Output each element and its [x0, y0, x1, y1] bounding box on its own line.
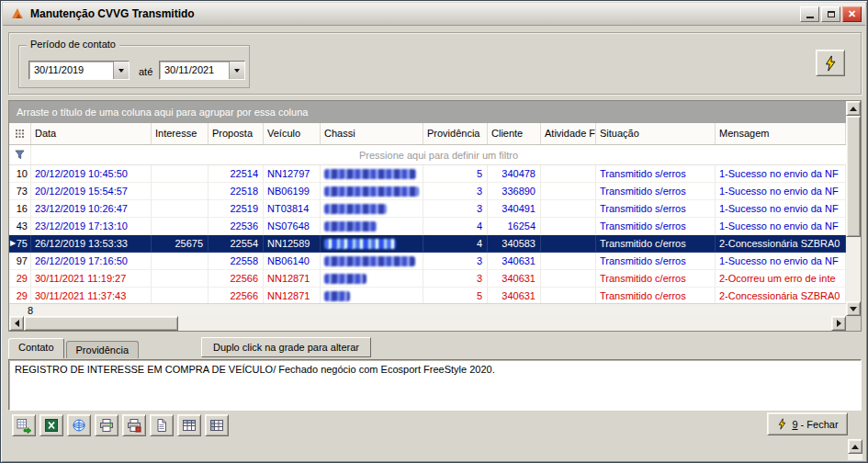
cell-interesse — [152, 218, 209, 235]
cell-data: 23/12/2019 10:26:47 — [31, 200, 152, 218]
column-header-situacao[interactable]: Situação — [596, 123, 716, 144]
columns-grid-button[interactable] — [205, 414, 229, 436]
bottom-toolbar: 9 - Fechar — [8, 414, 860, 438]
vertical-scroll-thumb[interactable] — [846, 116, 861, 237]
app-icon — [10, 6, 25, 21]
lightning-icon — [776, 418, 788, 430]
cell-proposta: 22566 — [209, 288, 264, 303]
column-header-providencia[interactable]: Providência — [423, 123, 488, 144]
table-row[interactable]: 75 26/12/2019 13:53:33 25675 22554 NN125… — [9, 235, 846, 253]
column-header-proposta[interactable]: Proposta — [209, 123, 264, 144]
cell-mensagem: 2-Concessionária SZBRA0 — [716, 235, 846, 253]
cell-situacao: Transmitido s/erros — [596, 253, 716, 270]
report-button[interactable] — [150, 414, 174, 436]
minimize-button[interactable] — [800, 6, 819, 22]
tab-contato[interactable]: Contato — [8, 338, 64, 358]
restore-button[interactable] — [821, 6, 840, 22]
period-to-select[interactable]: 30/11/2021 — [159, 61, 245, 80]
filter-hint: Pressione aqui para definir um filtro — [31, 145, 846, 164]
fechar-button[interactable]: 9 - Fechar — [767, 412, 848, 435]
column-header-veiculo[interactable]: Veículo — [264, 123, 321, 144]
close-button[interactable]: ✕ — [842, 6, 862, 22]
excel-export-button[interactable] — [39, 414, 63, 436]
cell-proposta: 22558 — [209, 253, 264, 270]
row-number-cell: 73 — [9, 183, 31, 200]
table-row[interactable]: 97 26/12/2019 17:16:50 22558 NB06140 3 3… — [9, 253, 846, 270]
cell-proposta: 22554 — [209, 235, 264, 253]
column-header-interesse[interactable]: Interesse — [152, 123, 209, 144]
scroll-right-button[interactable] — [831, 316, 846, 331]
column-header-mensagem[interactable]: Mensagem — [716, 123, 846, 144]
cell-cliente: 340478 — [488, 165, 541, 183]
horizontal-scroll-thumb[interactable] — [24, 316, 178, 331]
table-row[interactable]: 29 30/11/2021 11:19:27 22566 NN12871 3 3… — [9, 270, 846, 288]
cell-providencia: 3 — [423, 270, 488, 288]
excel-icon — [44, 418, 59, 433]
export-grid-button[interactable] — [12, 414, 36, 436]
chevron-down-icon[interactable] — [229, 62, 244, 79]
cell-veiculo: NB06199 — [264, 183, 321, 200]
table-row[interactable]: 73 20/12/2019 15:54:57 22518 NB06199 3 3… — [9, 183, 846, 200]
chevron-down-icon[interactable] — [113, 62, 129, 79]
horizontal-scrollbar[interactable] — [9, 316, 846, 331]
fechar-label: - Fechar — [798, 419, 839, 430]
scroll-left-button[interactable] — [9, 316, 24, 331]
cell-atividade — [541, 218, 596, 235]
print-setup-button[interactable] — [122, 414, 146, 436]
title-bar[interactable]: Manutenção CVVG Transmitido ✕ — [3, 3, 865, 26]
column-header-chassi[interactable]: Chassi — [321, 123, 423, 144]
period-from-select[interactable]: 30/11/2019 — [28, 61, 130, 80]
cell-cliente: 336890 — [488, 183, 541, 200]
row-number-cell: 16 — [9, 200, 31, 218]
scroll-up-button[interactable] — [846, 101, 861, 116]
cell-atividade — [541, 288, 596, 303]
html-export-icon — [72, 418, 86, 433]
filter-funnel-cell[interactable] — [9, 145, 31, 164]
period-groupbox: Período de contato 30/11/2019 até 30/11/… — [18, 45, 250, 88]
cell-chassi-redacted — [321, 288, 423, 303]
print-setup-icon — [127, 418, 141, 433]
table-row[interactable]: 29 30/11/2021 11:37:43 22566 NN12871 5 3… — [9, 288, 846, 303]
print-button[interactable] — [95, 414, 118, 436]
cell-veiculo: NN12589 — [264, 235, 321, 253]
column-header-data[interactable]: Data — [31, 123, 152, 144]
detail-tabs: Contato Providência — [8, 337, 141, 358]
scroll-down-button[interactable] — [846, 301, 861, 316]
minimize-icon — [806, 17, 814, 18]
filter-row[interactable]: Pressione aqui para definir um filtro — [9, 145, 846, 165]
column-header-atividade[interactable]: Atividade Fo — [541, 123, 596, 144]
layout-grid-button[interactable] — [177, 414, 201, 436]
table-row[interactable]: 16 23/12/2019 10:26:47 22519 NT03814 3 3… — [9, 200, 846, 218]
redacted-chassi — [324, 221, 377, 232]
contact-memo[interactable]: REGISTRO DE INTERESSE EM COMPRA DE VEÍCU… — [8, 359, 862, 411]
arrow-right-icon — [837, 320, 841, 327]
table-row[interactable]: 43 23/12/2019 17:13:10 22536 NS07648 4 1… — [9, 218, 846, 235]
group-by-band[interactable]: Arraste o título de uma coluna aqui para… — [9, 101, 846, 123]
cell-atividade — [541, 200, 596, 218]
mini-scroll-up-button[interactable] — [848, 439, 862, 454]
cell-cliente: 340491 — [488, 200, 541, 218]
grid-selector-cell[interactable] — [9, 123, 31, 144]
column-header-cliente[interactable]: Cliente — [488, 123, 541, 144]
table-row[interactable]: 10 20/12/2019 10:45:50 22514 NN12797 5 3… — [9, 165, 846, 183]
record-count: 8 — [28, 305, 33, 316]
row-number-cell: 10 — [9, 165, 31, 183]
html-export-button[interactable] — [67, 414, 91, 436]
report-icon — [154, 418, 169, 433]
arrow-down-icon — [850, 307, 857, 311]
corner-mini-scrollbar[interactable] — [848, 439, 862, 460]
tab-providencia[interactable]: Providência — [66, 341, 139, 358]
cell-cliente: 340631 — [488, 288, 541, 303]
vertical-scrollbar[interactable] — [846, 101, 861, 316]
period-panel: Período de contato 30/11/2019 até 30/11/… — [8, 32, 862, 95]
period-from-value: 30/11/2019 — [29, 62, 113, 79]
redacted-chassi — [324, 291, 350, 301]
refresh-lightning-button[interactable] — [816, 50, 845, 76]
cell-situacao: Transmitido s/erros — [596, 165, 716, 183]
cell-atividade — [541, 165, 596, 183]
cell-situacao: Transmitido c/erros — [596, 270, 716, 288]
cell-mensagem: 1-Sucesso no envio da NF — [716, 165, 846, 183]
cell-situacao: Transmitido s/erros — [596, 200, 716, 218]
cell-mensagem: 2-Concessionária SZBRA0 — [716, 288, 846, 303]
grid-body: 10 20/12/2019 10:45:50 22514 NN12797 5 3… — [9, 165, 846, 303]
